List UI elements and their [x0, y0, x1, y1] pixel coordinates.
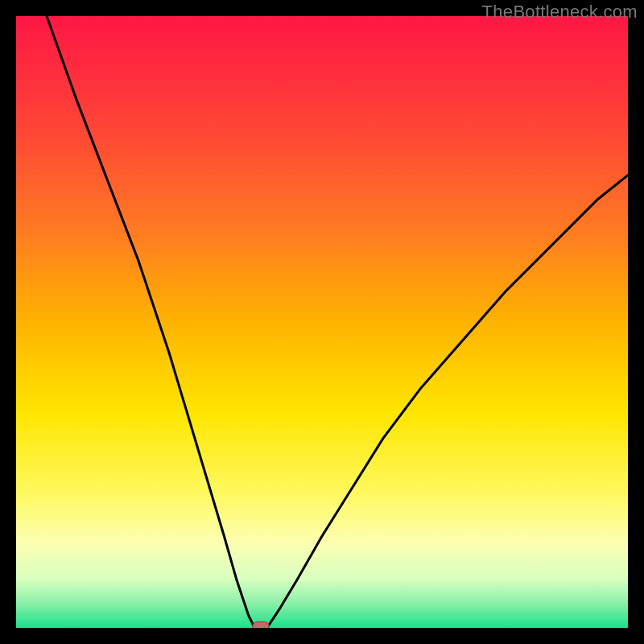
- optimal-point-marker: [253, 621, 269, 628]
- watermark-label: TheBottleneck.com: [482, 2, 638, 23]
- chart-svg: [16, 16, 628, 628]
- chart-frame: TheBottleneck.com: [0, 0, 644, 644]
- plot-area: [16, 16, 628, 628]
